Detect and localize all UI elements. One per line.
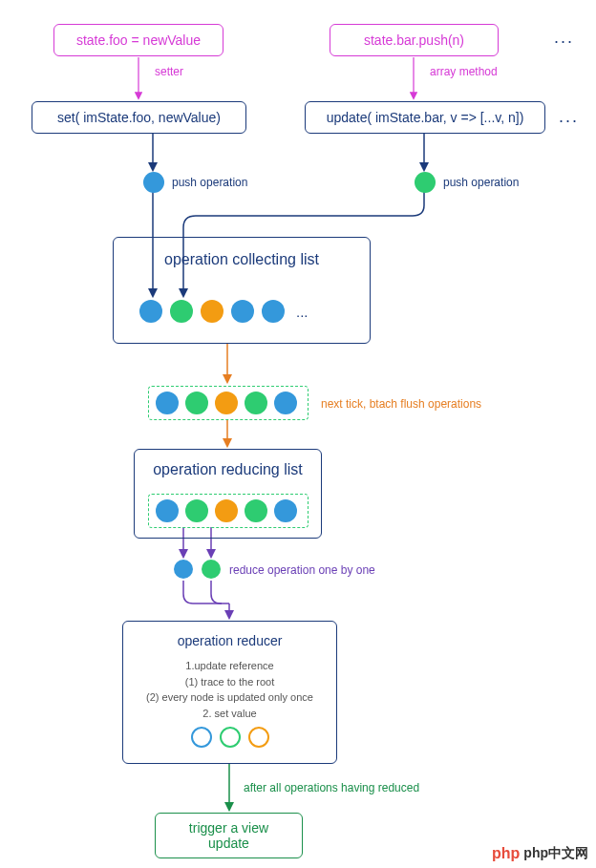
- reducer-line3: (2) every node is updated only once: [146, 689, 313, 706]
- op-dot: [231, 300, 254, 323]
- reducer-body: 1.update reference (1) trace to the root…: [146, 658, 313, 721]
- push-op-label-right: push operation: [443, 176, 519, 189]
- op-dot: [262, 300, 285, 323]
- op-dot-green: [415, 172, 436, 193]
- op-dot-blue: [143, 172, 164, 193]
- ring-icon: [220, 727, 241, 748]
- update-call-code: update( imState.bar, v => [...v, n]): [327, 110, 524, 125]
- collecting-list-box: operation collecting list: [113, 237, 371, 344]
- op-dot: [185, 499, 208, 522]
- ring-icon: [248, 727, 269, 748]
- collecting-ellipsis: ...: [296, 304, 309, 320]
- collecting-title: operation collecting list: [133, 251, 351, 268]
- op-dot: [274, 392, 297, 414]
- state-bar-push-box: state.bar.push(n): [330, 24, 499, 56]
- push-op-label-left: push operation: [172, 176, 247, 189]
- op-dot: [215, 392, 238, 414]
- op-dot: [215, 499, 238, 522]
- op-dot: [156, 499, 179, 522]
- reducer-rings: [191, 727, 269, 748]
- op-dot: [139, 300, 162, 323]
- reducer-line4: 2. set value: [146, 706, 313, 722]
- reduce-step-label: reduce operation one by one: [229, 563, 375, 577]
- op-dot: [201, 300, 224, 323]
- set-call-code: set( imState.foo, newValue): [57, 110, 221, 125]
- trigger-box: trigger a view update: [155, 813, 303, 858]
- reduce-dot-blue: [174, 560, 193, 579]
- op-dot: [185, 392, 208, 414]
- setter-label: setter: [155, 65, 183, 78]
- after-label: after all operations having reduced: [244, 781, 419, 794]
- op-dot: [170, 300, 193, 323]
- op-dot: [156, 392, 179, 414]
- ellipsis-icon: ···: [559, 111, 579, 131]
- array-method-label: array method: [430, 65, 498, 78]
- ellipsis-icon: ···: [554, 32, 574, 52]
- logo-text: php中文网: [523, 845, 588, 862]
- ring-icon: [191, 727, 212, 748]
- reducer-line1: 1.update reference: [146, 658, 313, 674]
- state-foo-code: state.foo = newValue: [76, 32, 201, 48]
- collecting-list-dots: ...: [139, 300, 309, 323]
- batch-dots: [156, 392, 297, 414]
- trigger-label: trigger a view update: [169, 820, 288, 851]
- reducing-title: operation reducing list: [153, 461, 303, 478]
- reducer-line2: (1) trace to the root: [146, 674, 313, 690]
- state-bar-code: state.bar.push(n): [364, 32, 464, 48]
- reducer-box: operation reducer 1.update reference (1)…: [122, 621, 337, 764]
- update-call-box: update( imState.bar, v => [...v, n]): [305, 101, 545, 134]
- batch-label: next tick, btach flush operations: [321, 397, 481, 411]
- op-dot: [245, 499, 267, 522]
- php-logo-icon: php: [492, 845, 520, 862]
- op-dot: [245, 392, 267, 414]
- reduce-dot-green: [202, 560, 221, 579]
- reducer-title: operation reducer: [178, 633, 283, 648]
- reducing-dots: [156, 499, 297, 522]
- state-foo-setter-box: state.foo = newValue: [53, 24, 224, 56]
- op-dot: [274, 499, 297, 522]
- set-call-box: set( imState.foo, newValue): [32, 101, 246, 134]
- php-cn-logo: php php中文网: [492, 845, 588, 862]
